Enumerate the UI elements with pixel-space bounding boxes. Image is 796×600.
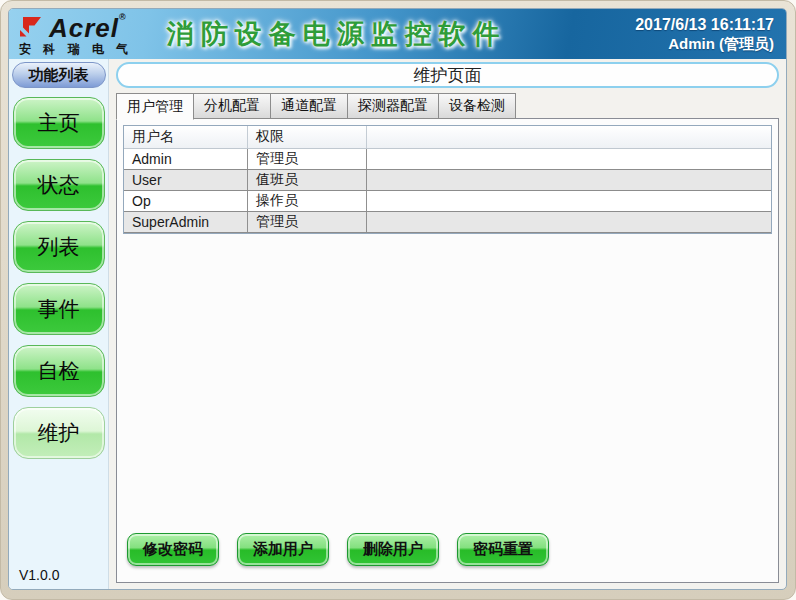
column-header-permission: 权限 <box>248 126 367 148</box>
table-row[interactable]: Op 操作员 <box>124 191 771 212</box>
table-row[interactable]: Admin 管理员 <box>124 149 771 170</box>
sidebar-item-events[interactable]: 事件 <box>13 283 105 335</box>
username-cell: SuperAdmin <box>124 212 248 232</box>
empty-cell <box>367 191 771 211</box>
tab-page-panel: 用户名 权限 Admin 管理员 User 值班员 <box>116 118 779 583</box>
permission-cell: 管理员 <box>248 212 367 232</box>
app-window: Acrel ® 安 科 瑞 电 气 消防设备电源监控软件 2017/6/13 1… <box>8 8 787 590</box>
version-label: V1.0.0 <box>19 567 59 583</box>
username-cell: Op <box>124 191 248 211</box>
tab-detector-config[interactable]: 探测器配置 <box>347 93 439 119</box>
tab-user-management[interactable]: 用户管理 <box>116 93 194 120</box>
page-title: 维护页面 <box>116 62 779 88</box>
reset-password-button[interactable]: 密码重置 <box>457 533 549 566</box>
empty-cell <box>367 212 771 232</box>
tab-extension-config[interactable]: 分机配置 <box>193 93 271 119</box>
sidebar-item-list[interactable]: 列表 <box>13 221 105 273</box>
brand-row: Acrel ® <box>19 15 133 41</box>
change-password-button[interactable]: 修改密码 <box>127 533 219 566</box>
add-user-button[interactable]: 添加用户 <box>237 533 329 566</box>
sidebar-item-maintenance[interactable]: 维护 <box>13 407 105 459</box>
table-row[interactable]: User 值班员 <box>124 170 771 191</box>
permission-cell: 管理员 <box>248 149 367 169</box>
column-header-username: 用户名 <box>124 126 248 148</box>
column-header-empty <box>367 126 771 148</box>
main-area: 维护页面 用户管理 分机配置 通道配置 探测器配置 设备检测 用户名 权限 <box>109 59 786 589</box>
table-header-row: 用户名 权限 <box>124 126 771 149</box>
brand-subtitle: 安 科 瑞 电 气 <box>19 43 133 55</box>
empty-cell <box>367 170 771 190</box>
sidebar-item-selfcheck[interactable]: 自检 <box>13 345 105 397</box>
sidebar: 功能列表 主页 状态 列表 事件 自检 维护 V1.0.0 <box>9 59 109 589</box>
sidebar-item-home[interactable]: 主页 <box>13 97 105 149</box>
acrel-logo-icon <box>19 16 45 41</box>
action-button-row: 修改密码 添加用户 删除用户 密码重置 <box>117 533 778 582</box>
brand-name: Acrel <box>49 15 119 41</box>
username-cell: User <box>124 170 248 190</box>
tab-channel-config[interactable]: 通道配置 <box>270 93 348 119</box>
username-cell: Admin <box>124 149 248 169</box>
permission-cell: 值班员 <box>248 170 367 190</box>
tab-bar: 用户管理 分机配置 通道配置 探测器配置 设备检测 <box>116 93 779 119</box>
acrel-logo: Acrel ® 安 科 瑞 电 气 <box>19 15 133 55</box>
user-table: 用户名 权限 Admin 管理员 User 值班员 <box>123 125 772 234</box>
sidebar-header: 功能列表 <box>12 62 106 88</box>
empty-cell <box>367 149 771 169</box>
datetime-label: 2017/6/13 16:11:17 <box>635 15 774 35</box>
app-title: 消防设备电源监控软件 <box>167 16 507 52</box>
app-header: Acrel ® 安 科 瑞 电 气 消防设备电源监控软件 2017/6/13 1… <box>9 9 786 59</box>
header-info: 2017/6/13 16:11:17 Admin (管理员) <box>635 15 774 54</box>
permission-cell: 操作员 <box>248 191 367 211</box>
body-row: 功能列表 主页 状态 列表 事件 自检 维护 V1.0.0 维护页面 用户管理 … <box>9 59 786 589</box>
sidebar-item-status[interactable]: 状态 <box>13 159 105 211</box>
logged-in-user-label: Admin (管理员) <box>635 35 774 54</box>
table-row[interactable]: SuperAdmin 管理员 <box>124 212 771 233</box>
window-frame: Acrel ® 安 科 瑞 电 气 消防设备电源监控软件 2017/6/13 1… <box>0 0 796 600</box>
delete-user-button[interactable]: 删除用户 <box>347 533 439 566</box>
tab-device-check[interactable]: 设备检测 <box>438 93 516 119</box>
registered-mark: ® <box>119 13 126 22</box>
